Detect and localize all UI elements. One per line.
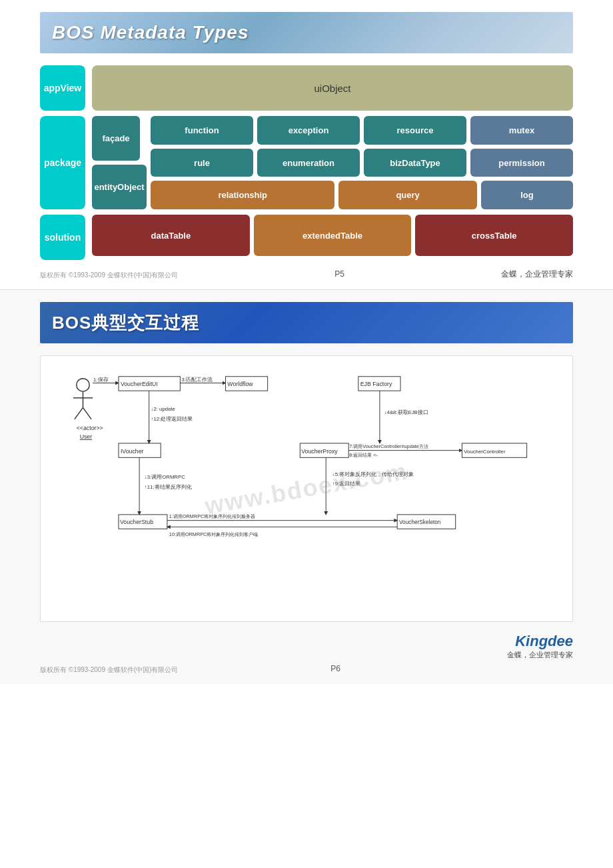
slide2-logo-area: Kingdee 金蝶，企业管理专家	[40, 629, 573, 660]
uml-svg: <<actor>> User VoucherEditUI Worldflow E…	[47, 363, 566, 615]
cell-resource: resource	[364, 116, 466, 145]
svg-text:↓5:将对象反序列化，传给代理对象: ↓5:将对象反序列化，传给代理对象	[332, 471, 414, 477]
slide1-brand: 金蝶，企业管理专家	[501, 269, 573, 280]
svg-text:↑9:返回结果: ↑9:返回结果	[332, 481, 360, 487]
diagram-content: uiObject façade entityObject function ex…	[92, 65, 573, 260]
cell-crosstable: crossTable	[415, 215, 573, 256]
cell-query: query	[338, 181, 476, 209]
cell-rule: rule	[151, 149, 253, 177]
svg-text:↑12:处理返回结果: ↑12:处理返回结果	[151, 416, 193, 422]
svg-text:User: User	[80, 433, 93, 440]
label-appview: appView	[40, 65, 85, 111]
svg-text:VoucherController: VoucherController	[464, 449, 506, 455]
svg-text:1:保存: 1:保存	[93, 377, 108, 383]
slide1-pagenum: P5	[178, 269, 501, 279]
svg-text:3:匹配工作流: 3:匹配工作流	[181, 377, 212, 383]
svg-text:↓4&8:获取EJB接口: ↓4&8:获取EJB接口	[384, 409, 428, 415]
slide2-pagenum: P6	[178, 664, 493, 673]
cell-uiobject: uiObject	[92, 65, 573, 111]
slide2-copyright: 版权所有 ©1993-2009 金蝶软件(中国)有限公司	[40, 665, 178, 675]
svg-text:↓3:调用ORMRPC: ↓3:调用ORMRPC	[145, 474, 185, 480]
svg-text:↓2: update: ↓2: update	[151, 406, 175, 412]
cell-relationship: relationship	[151, 181, 334, 209]
slide1-copyright: 版权所有 ©1993-2009 金蝶软件(中国)有限公司	[40, 271, 178, 280]
logo-sub: 金蝶，企业管理专家	[507, 650, 573, 660]
cell-datatable: dataTable	[92, 215, 250, 256]
package-row: façade entityObject function exception r…	[92, 116, 573, 209]
svg-text:IVoucher: IVoucher	[121, 448, 144, 455]
svg-text:<<actor>>: <<actor>>	[77, 425, 103, 431]
logo-main: Kingdee	[515, 633, 573, 650]
svg-line-4	[83, 407, 91, 419]
slide1-header: BOS Metadata Types	[40, 12, 573, 53]
cell-bizdatatype: bizDataType	[364, 149, 466, 177]
cell-mutex: mutex	[470, 116, 573, 145]
svg-text:VoucherProxy: VoucherProxy	[301, 448, 338, 455]
label-solution: solution	[40, 215, 85, 260]
slide1-title: BOS Metadata Types	[52, 22, 249, 43]
slide1-footer: 版权所有 ©1993-2009 金蝶软件(中国)有限公司 P5 金蝶，企业管理专…	[40, 265, 573, 283]
kingdee-logo: Kingdee 金蝶，企业管理专家	[507, 633, 573, 660]
cell-permission: permission	[470, 149, 573, 177]
pkg-subrow-1: function exception resource mutex	[151, 116, 573, 145]
cell-exception: exception	[257, 116, 360, 145]
svg-text:VoucherEditUI: VoucherEditUI	[121, 381, 158, 387]
slide2-footer: 版权所有 ©1993-2009 金蝶软件(中国)有限公司 P6	[40, 660, 573, 677]
cell-facade: façade	[92, 116, 140, 161]
label-package: package	[40, 116, 85, 209]
svg-text:VoucherStub: VoucherStub	[120, 519, 153, 525]
slide2-title: BOS典型交互过程	[52, 311, 199, 335]
slide-1: BOS Metadata Types appView package solut…	[0, 0, 613, 289]
slide-2: BOS典型交互过程 www.bdoex.com <<actor>> User V…	[0, 289, 613, 684]
slide2-header: BOS典型交互过程	[40, 302, 573, 343]
svg-text:EJB Factory: EJB Factory	[360, 381, 392, 387]
uml-diagram: www.bdoex.com <<actor>> User VoucherEdit…	[40, 355, 573, 622]
row-labels: appView package solution	[40, 65, 85, 260]
cell-log: log	[481, 181, 573, 209]
svg-text:VoucherSkeleton: VoucherSkeleton	[399, 519, 441, 525]
metadata-diagram: appView package solution uiObject façade…	[40, 65, 573, 260]
pkg-left-col: façade entityObject	[92, 116, 147, 209]
pkg-right-col: function exception resource mutex rule e…	[151, 116, 573, 209]
svg-point-0	[77, 379, 89, 391]
cell-entity: entityObject	[92, 165, 147, 209]
cell-function: function	[151, 116, 253, 145]
pkg-subrow-3: relationship query log	[151, 181, 573, 209]
solution-row: dataTable extendedTable crossTable	[92, 215, 573, 256]
svg-text:8:返回结果 <-: 8:返回结果 <-	[349, 452, 378, 458]
svg-text:1:调用ORMRPC将对象序列化传到服务器: 1:调用ORMRPC将对象序列化传到服务器	[169, 513, 255, 519]
cell-enumeration: enumeration	[257, 149, 360, 177]
svg-text:↑11:将结果反序列化: ↑11:将结果反序列化	[145, 484, 192, 490]
cell-extendedtable: extendedTable	[254, 215, 412, 256]
svg-text:7:调用VoucherController#update方法: 7:调用VoucherController#update方法	[349, 443, 428, 449]
svg-line-3	[75, 407, 83, 419]
pkg-subrow-2: rule enumeration bizDataType permission	[151, 149, 573, 177]
svg-text:10:调用ORMRPC将对象序列化传到客户端: 10:调用ORMRPC将对象序列化传到客户端	[169, 531, 258, 537]
svg-text:Worldflow: Worldflow	[227, 381, 253, 387]
